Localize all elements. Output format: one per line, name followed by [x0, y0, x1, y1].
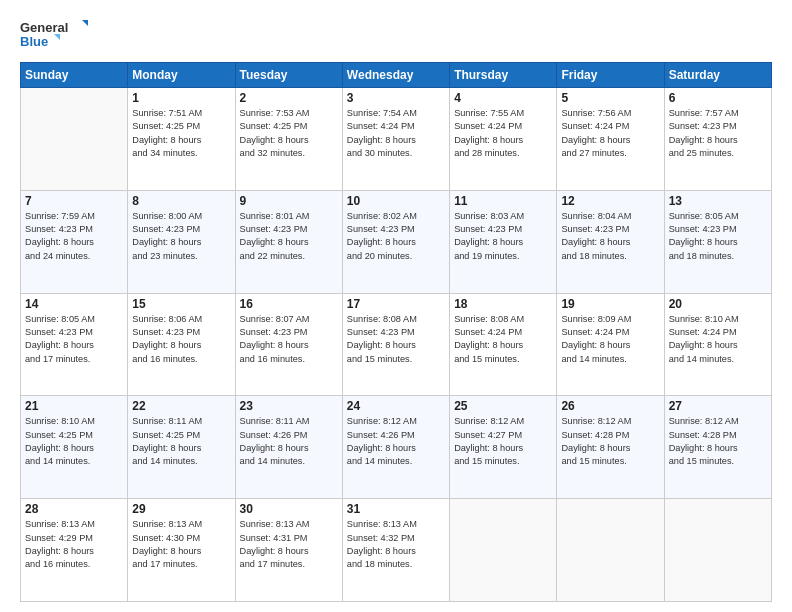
calendar-table: SundayMondayTuesdayWednesdayThursdayFrid… — [20, 62, 772, 602]
day-info: Sunrise: 8:02 AM Sunset: 4:23 PM Dayligh… — [347, 210, 445, 263]
day-number: 18 — [454, 297, 552, 311]
day-number: 31 — [347, 502, 445, 516]
calendar-cell: 19Sunrise: 8:09 AM Sunset: 4:24 PM Dayli… — [557, 293, 664, 396]
day-info: Sunrise: 8:12 AM Sunset: 4:27 PM Dayligh… — [454, 415, 552, 468]
day-info: Sunrise: 8:03 AM Sunset: 4:23 PM Dayligh… — [454, 210, 552, 263]
weekday-header-wednesday: Wednesday — [342, 63, 449, 88]
calendar-cell: 9Sunrise: 8:01 AM Sunset: 4:23 PM Daylig… — [235, 190, 342, 293]
logo: General Blue — [20, 18, 90, 54]
header: General Blue — [20, 18, 772, 54]
calendar-week-3: 14Sunrise: 8:05 AM Sunset: 4:23 PM Dayli… — [21, 293, 772, 396]
day-number: 8 — [132, 194, 230, 208]
weekday-header-row: SundayMondayTuesdayWednesdayThursdayFrid… — [21, 63, 772, 88]
day-info: Sunrise: 8:05 AM Sunset: 4:23 PM Dayligh… — [25, 313, 123, 366]
calendar-cell: 25Sunrise: 8:12 AM Sunset: 4:27 PM Dayli… — [450, 396, 557, 499]
day-number: 3 — [347, 91, 445, 105]
calendar-cell: 27Sunrise: 8:12 AM Sunset: 4:28 PM Dayli… — [664, 396, 771, 499]
day-number: 21 — [25, 399, 123, 413]
weekday-header-monday: Monday — [128, 63, 235, 88]
day-number: 7 — [25, 194, 123, 208]
day-number: 14 — [25, 297, 123, 311]
calendar-cell: 31Sunrise: 8:13 AM Sunset: 4:32 PM Dayli… — [342, 499, 449, 602]
svg-text:General: General — [20, 20, 68, 35]
calendar-week-2: 7Sunrise: 7:59 AM Sunset: 4:23 PM Daylig… — [21, 190, 772, 293]
day-info: Sunrise: 7:59 AM Sunset: 4:23 PM Dayligh… — [25, 210, 123, 263]
day-info: Sunrise: 8:00 AM Sunset: 4:23 PM Dayligh… — [132, 210, 230, 263]
day-info: Sunrise: 8:08 AM Sunset: 4:24 PM Dayligh… — [454, 313, 552, 366]
day-info: Sunrise: 8:10 AM Sunset: 4:24 PM Dayligh… — [669, 313, 767, 366]
calendar-cell: 28Sunrise: 8:13 AM Sunset: 4:29 PM Dayli… — [21, 499, 128, 602]
calendar-cell: 30Sunrise: 8:13 AM Sunset: 4:31 PM Dayli… — [235, 499, 342, 602]
day-number: 6 — [669, 91, 767, 105]
calendar-cell: 20Sunrise: 8:10 AM Sunset: 4:24 PM Dayli… — [664, 293, 771, 396]
day-info: Sunrise: 8:11 AM Sunset: 4:26 PM Dayligh… — [240, 415, 338, 468]
day-info: Sunrise: 7:51 AM Sunset: 4:25 PM Dayligh… — [132, 107, 230, 160]
calendar-cell: 18Sunrise: 8:08 AM Sunset: 4:24 PM Dayli… — [450, 293, 557, 396]
day-number: 2 — [240, 91, 338, 105]
day-number: 29 — [132, 502, 230, 516]
calendar-cell: 17Sunrise: 8:08 AM Sunset: 4:23 PM Dayli… — [342, 293, 449, 396]
calendar-cell: 23Sunrise: 8:11 AM Sunset: 4:26 PM Dayli… — [235, 396, 342, 499]
calendar-cell — [450, 499, 557, 602]
weekday-header-saturday: Saturday — [664, 63, 771, 88]
weekday-header-sunday: Sunday — [21, 63, 128, 88]
day-info: Sunrise: 8:12 AM Sunset: 4:28 PM Dayligh… — [561, 415, 659, 468]
calendar-week-1: 1Sunrise: 7:51 AM Sunset: 4:25 PM Daylig… — [21, 88, 772, 191]
day-info: Sunrise: 8:08 AM Sunset: 4:23 PM Dayligh… — [347, 313, 445, 366]
day-number: 9 — [240, 194, 338, 208]
day-number: 10 — [347, 194, 445, 208]
calendar-cell: 8Sunrise: 8:00 AM Sunset: 4:23 PM Daylig… — [128, 190, 235, 293]
day-info: Sunrise: 8:04 AM Sunset: 4:23 PM Dayligh… — [561, 210, 659, 263]
calendar-cell: 11Sunrise: 8:03 AM Sunset: 4:23 PM Dayli… — [450, 190, 557, 293]
calendar-cell: 21Sunrise: 8:10 AM Sunset: 4:25 PM Dayli… — [21, 396, 128, 499]
calendar-cell: 24Sunrise: 8:12 AM Sunset: 4:26 PM Dayli… — [342, 396, 449, 499]
calendar-week-5: 28Sunrise: 8:13 AM Sunset: 4:29 PM Dayli… — [21, 499, 772, 602]
calendar-cell: 4Sunrise: 7:55 AM Sunset: 4:24 PM Daylig… — [450, 88, 557, 191]
day-info: Sunrise: 8:11 AM Sunset: 4:25 PM Dayligh… — [132, 415, 230, 468]
calendar-cell — [557, 499, 664, 602]
svg-text:Blue: Blue — [20, 34, 48, 49]
day-info: Sunrise: 8:13 AM Sunset: 4:32 PM Dayligh… — [347, 518, 445, 571]
day-number: 20 — [669, 297, 767, 311]
day-info: Sunrise: 8:05 AM Sunset: 4:23 PM Dayligh… — [669, 210, 767, 263]
day-info: Sunrise: 8:07 AM Sunset: 4:23 PM Dayligh… — [240, 313, 338, 366]
calendar-cell: 15Sunrise: 8:06 AM Sunset: 4:23 PM Dayli… — [128, 293, 235, 396]
day-number: 16 — [240, 297, 338, 311]
day-number: 17 — [347, 297, 445, 311]
day-number: 19 — [561, 297, 659, 311]
calendar-cell: 12Sunrise: 8:04 AM Sunset: 4:23 PM Dayli… — [557, 190, 664, 293]
day-info: Sunrise: 7:56 AM Sunset: 4:24 PM Dayligh… — [561, 107, 659, 160]
day-number: 12 — [561, 194, 659, 208]
calendar-cell: 22Sunrise: 8:11 AM Sunset: 4:25 PM Dayli… — [128, 396, 235, 499]
day-info: Sunrise: 8:01 AM Sunset: 4:23 PM Dayligh… — [240, 210, 338, 263]
day-info: Sunrise: 8:12 AM Sunset: 4:26 PM Dayligh… — [347, 415, 445, 468]
day-number: 24 — [347, 399, 445, 413]
svg-marker-3 — [54, 34, 60, 40]
day-number: 15 — [132, 297, 230, 311]
calendar-cell: 1Sunrise: 7:51 AM Sunset: 4:25 PM Daylig… — [128, 88, 235, 191]
calendar-cell: 26Sunrise: 8:12 AM Sunset: 4:28 PM Dayli… — [557, 396, 664, 499]
calendar-cell: 14Sunrise: 8:05 AM Sunset: 4:23 PM Dayli… — [21, 293, 128, 396]
day-number: 22 — [132, 399, 230, 413]
svg-marker-1 — [82, 20, 88, 26]
day-info: Sunrise: 7:53 AM Sunset: 4:25 PM Dayligh… — [240, 107, 338, 160]
day-number: 26 — [561, 399, 659, 413]
calendar-cell: 3Sunrise: 7:54 AM Sunset: 4:24 PM Daylig… — [342, 88, 449, 191]
day-number: 11 — [454, 194, 552, 208]
calendar-cell: 5Sunrise: 7:56 AM Sunset: 4:24 PM Daylig… — [557, 88, 664, 191]
day-number: 23 — [240, 399, 338, 413]
day-info: Sunrise: 7:55 AM Sunset: 4:24 PM Dayligh… — [454, 107, 552, 160]
calendar-cell: 29Sunrise: 8:13 AM Sunset: 4:30 PM Dayli… — [128, 499, 235, 602]
calendar-cell — [21, 88, 128, 191]
day-info: Sunrise: 8:13 AM Sunset: 4:29 PM Dayligh… — [25, 518, 123, 571]
day-number: 27 — [669, 399, 767, 413]
calendar-cell — [664, 499, 771, 602]
calendar-cell: 10Sunrise: 8:02 AM Sunset: 4:23 PM Dayli… — [342, 190, 449, 293]
calendar-week-4: 21Sunrise: 8:10 AM Sunset: 4:25 PM Dayli… — [21, 396, 772, 499]
day-number: 5 — [561, 91, 659, 105]
day-number: 30 — [240, 502, 338, 516]
day-info: Sunrise: 7:57 AM Sunset: 4:23 PM Dayligh… — [669, 107, 767, 160]
calendar-cell: 13Sunrise: 8:05 AM Sunset: 4:23 PM Dayli… — [664, 190, 771, 293]
calendar-cell: 2Sunrise: 7:53 AM Sunset: 4:25 PM Daylig… — [235, 88, 342, 191]
day-info: Sunrise: 8:09 AM Sunset: 4:24 PM Dayligh… — [561, 313, 659, 366]
